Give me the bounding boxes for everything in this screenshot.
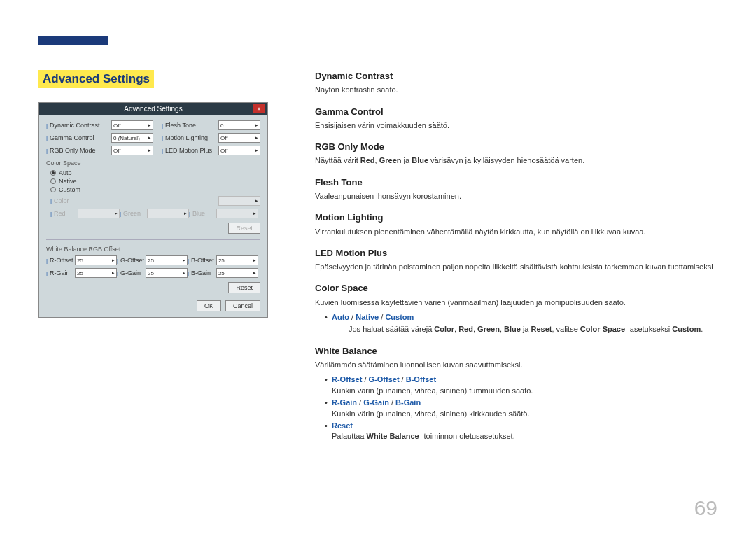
wb-label: G-Gain bbox=[120, 269, 146, 276]
setting-select[interactable]: 0▸ bbox=[218, 120, 260, 130]
color-label: Green bbox=[123, 210, 147, 217]
heading-dynamic-contrast: Dynamic Contrast bbox=[315, 70, 718, 83]
heading-rgb-only-mode: RGB Only Mode bbox=[315, 141, 718, 153]
list-item: R-Gain / G-Gain / B-Gain Kunkin värin (p… bbox=[325, 398, 718, 419]
heading-led-motion-plus: LED Motion Plus bbox=[315, 247, 718, 260]
header-divider bbox=[38, 45, 718, 45]
reset-button: Reset bbox=[228, 223, 260, 234]
setting-label: Dynamic Contrast bbox=[50, 122, 111, 129]
cancel-button[interactable]: Cancel bbox=[225, 300, 260, 311]
desc: Näyttää värit Red, Green ja Blue värisäv… bbox=[315, 155, 718, 166]
wb-label: R-Gain bbox=[50, 269, 75, 276]
radio-option[interactable]: Native bbox=[50, 178, 260, 185]
desc: Värilämmön säätäminen luonnollisen kuvan… bbox=[315, 360, 718, 370]
color-select: ▸ bbox=[147, 209, 189, 218]
setting-select[interactable]: Off▸ bbox=[218, 146, 260, 155]
wb-label: G-Offset bbox=[120, 257, 146, 264]
desc: Näytön kontrastin säätö. bbox=[315, 85, 718, 95]
radio-icon bbox=[50, 187, 56, 192]
header-accent bbox=[38, 36, 108, 45]
reset-button[interactable]: Reset bbox=[228, 282, 260, 293]
section-title: Advanced Settings bbox=[38, 70, 154, 88]
ok-button[interactable]: OK bbox=[197, 300, 221, 311]
radio-icon bbox=[50, 178, 56, 184]
color-select: ▸ bbox=[216, 209, 258, 218]
setting-label: RGB Only Mode bbox=[50, 147, 111, 154]
color-select: ▸ bbox=[218, 196, 260, 206]
panel-title: Advanced Settings bbox=[124, 105, 182, 113]
color-label: Color bbox=[54, 197, 218, 204]
wb-select[interactable]: 25▸ bbox=[75, 268, 117, 278]
wb-select[interactable]: 25▸ bbox=[146, 268, 188, 278]
desc: Kuvien luomisessa käytettävien värien (v… bbox=[315, 297, 718, 308]
desc: Vaaleanpunaisen ihonsävyn korostaminen. bbox=[315, 191, 718, 202]
wb-select[interactable]: 25▸ bbox=[216, 255, 258, 265]
heading-white-balance: White Balance bbox=[315, 345, 718, 358]
wb-label: R-Offset bbox=[50, 257, 75, 264]
wb-select[interactable]: 25▸ bbox=[75, 255, 117, 265]
radio-icon bbox=[50, 170, 56, 176]
desc: Virrankulutuksen pienentäminen vähentämä… bbox=[315, 227, 718, 237]
wb-label: B-Offset bbox=[191, 257, 216, 264]
desc: Epäselvyyden ja tärinän poistaminen palj… bbox=[315, 262, 718, 272]
wb-select[interactable]: 25▸ bbox=[146, 255, 188, 265]
setting-select[interactable]: Off▸ bbox=[111, 146, 153, 155]
setting-label: LED Motion Plus bbox=[165, 147, 218, 154]
color-label: Red bbox=[54, 210, 78, 217]
color-space-label: Color Space bbox=[46, 160, 260, 167]
setting-label: Motion Lighting bbox=[165, 134, 218, 141]
page-number: 69 bbox=[694, 496, 718, 520]
color-select: ▸ bbox=[78, 209, 120, 218]
setting-label: Gamma Control bbox=[50, 134, 111, 141]
desc: Ensisijaisen värin voimakkuuden säätö. bbox=[315, 120, 718, 131]
advanced-settings-panel: Advanced Settings x |Dynamic ContrastOff… bbox=[38, 102, 268, 318]
white-balance-label: White Balance RGB Offset bbox=[46, 246, 260, 253]
list-item: R-Offset / G-Offset / B-Offset Kunkin vä… bbox=[325, 374, 718, 396]
heading-gamma-control: Gamma Control bbox=[315, 106, 718, 118]
radio-option[interactable]: Custom bbox=[50, 186, 260, 193]
close-icon[interactable]: x bbox=[253, 104, 265, 113]
panel-titlebar: Advanced Settings x bbox=[39, 103, 267, 115]
wb-select[interactable]: 25▸ bbox=[216, 268, 258, 278]
list-item: Reset Palauttaa White Balance -toiminnon… bbox=[325, 421, 718, 442]
heading-motion-lighting: Motion Lighting bbox=[315, 211, 718, 224]
color-label: Blue bbox=[192, 210, 216, 217]
wb-label: B-Gain bbox=[191, 269, 216, 276]
list-item: Jos haluat säätää värejä Color, Red, Gre… bbox=[339, 324, 718, 335]
setting-select[interactable]: Off▸ bbox=[218, 133, 260, 143]
list-item: Auto / Native / Custom bbox=[325, 312, 718, 323]
setting-select[interactable]: 0 (Natural)▸ bbox=[111, 133, 153, 143]
documentation-column: Dynamic Contrast Näytön kontrastin säätö… bbox=[315, 70, 718, 444]
heading-color-space: Color Space bbox=[315, 282, 718, 295]
setting-select[interactable]: Off▸ bbox=[111, 120, 153, 130]
heading-flesh-tone: Flesh Tone bbox=[315, 176, 718, 189]
radio-option[interactable]: Auto bbox=[50, 169, 260, 176]
setting-label: Flesh Tone bbox=[165, 122, 218, 129]
